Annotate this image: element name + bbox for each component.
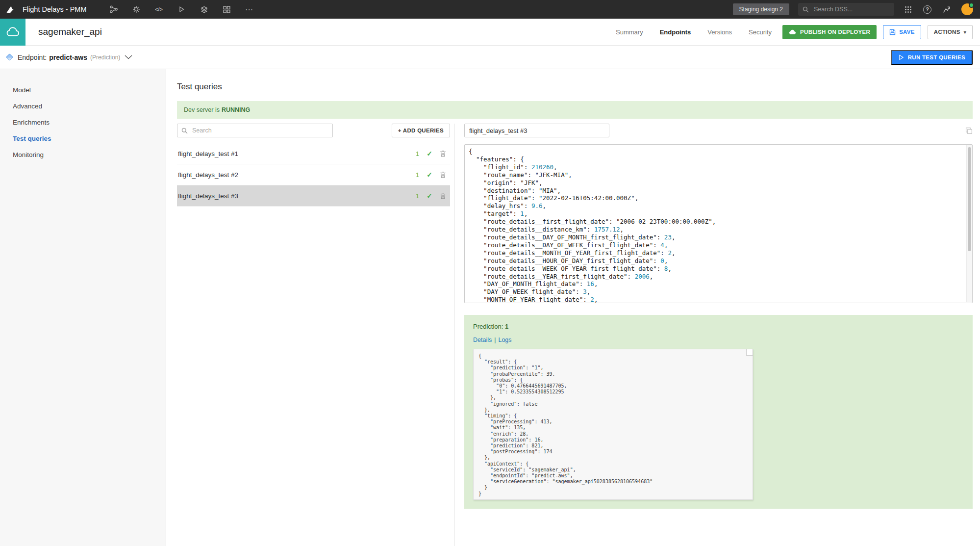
page-title: Test queries xyxy=(177,82,973,92)
run-icon[interactable] xyxy=(177,5,186,14)
dss-app-window: Flight Delays - PMM </> ⋯ Staging design… xyxy=(0,0,980,546)
query-search-input[interactable] xyxy=(191,127,328,134)
query-list-item[interactable]: flight_delays_test #1 1 ✓ xyxy=(177,143,450,164)
copy-icon[interactable] xyxy=(965,127,973,134)
query-success-check-icon: ✓ xyxy=(427,192,432,200)
dataiku-logo[interactable] xyxy=(0,0,21,19)
editor-scrollbar[interactable] xyxy=(966,145,972,302)
run-test-queries-button[interactable]: RUN TEST QUERIES xyxy=(891,50,973,65)
global-search-input[interactable] xyxy=(813,5,890,13)
editor-scrollbar-thumb[interactable] xyxy=(968,147,971,251)
test-queries-page: Test queries Dev server is RUNNING xyxy=(166,69,980,546)
run-test-queries-label: RUN TEST QUERIES xyxy=(908,54,965,60)
instance-badge[interactable]: Staging design 2 xyxy=(733,3,789,15)
query-name: flight_delays_test #2 xyxy=(178,171,238,179)
content-area: Model Advanced Enrichments Test queries … xyxy=(0,69,980,546)
delete-query-icon[interactable] xyxy=(440,192,446,199)
tab-versions[interactable]: Versions xyxy=(707,28,732,36)
api-service-icon[interactable] xyxy=(0,19,25,46)
add-queries-button[interactable]: + ADD QUERIES xyxy=(392,124,450,137)
query-name-input[interactable] xyxy=(464,124,609,137)
save-button[interactable]: SAVE xyxy=(883,25,921,39)
top-navigation-bar: Flight Delays - PMM </> ⋯ Staging design… xyxy=(0,0,980,19)
tab-details[interactable]: Details xyxy=(473,337,492,343)
prediction-result-panel: Prediction: 1 Details|Logs { "result": {… xyxy=(464,315,973,509)
service-header-actions: PUBLISH ON DEPLOYER SAVE ACTIONS ▾ xyxy=(782,25,973,39)
bird-logo-icon xyxy=(5,4,15,14)
lab-icon[interactable] xyxy=(132,5,141,14)
sidebar-item-model[interactable]: Model xyxy=(0,82,166,98)
query-list-item-selected[interactable]: flight_delays_test #3 1 ✓ xyxy=(177,185,450,207)
endpoint-name: predict-aws xyxy=(49,53,87,61)
endpoint-bar: Endpoint: predict-aws (Prediction) RUN T… xyxy=(0,46,980,69)
help-icon[interactable]: ? xyxy=(923,5,931,14)
query-record-count: 1 xyxy=(416,150,419,157)
endpoint-diamond-icon xyxy=(6,53,13,61)
banner-status: RUNNING xyxy=(222,106,250,113)
endpoint-selector[interactable]: Endpoint: predict-aws (Prediction) xyxy=(6,53,132,61)
resize-handle[interactable] xyxy=(746,349,753,356)
request-json-editor[interactable]: { "features": { "flight_id": 210260, "ro… xyxy=(464,144,973,303)
tab-logs[interactable]: Logs xyxy=(498,337,511,343)
jobs-icon[interactable] xyxy=(200,5,209,14)
query-name: flight_delays_test #3 xyxy=(178,192,238,200)
more-icon[interactable]: ⋯ xyxy=(245,5,254,14)
request-json-code[interactable]: { "features": { "flight_id": 210260, "ro… xyxy=(465,145,972,303)
query-record-count: 1 xyxy=(416,171,419,179)
prediction-details-box: { "result": { "prediction": "1", "probaP… xyxy=(473,349,753,500)
publish-on-deployer-button[interactable]: PUBLISH ON DEPLOYER xyxy=(782,25,877,39)
query-record-count: 1 xyxy=(416,192,419,200)
project-title[interactable]: Flight Delays - PMM xyxy=(23,5,87,13)
delete-query-icon[interactable] xyxy=(440,171,446,178)
query-list-toolbar: + ADD QUERIES xyxy=(177,124,450,137)
project-toolbar: </> ⋯ xyxy=(109,5,254,14)
sidebar-item-advanced[interactable]: Advanced xyxy=(0,98,166,114)
chevron-down-icon xyxy=(125,55,132,59)
apps-waffle-icon[interactable] xyxy=(904,5,913,14)
chevron-down-icon: ▾ xyxy=(964,29,966,35)
tab-summary[interactable]: Summary xyxy=(616,28,643,36)
dev-server-status-banner: Dev server is RUNNING xyxy=(177,101,973,119)
query-name: flight_delays_test #1 xyxy=(178,150,238,157)
save-label: SAVE xyxy=(899,29,915,35)
prediction-label-text: Prediction: xyxy=(473,323,503,330)
tab-security[interactable]: Security xyxy=(749,28,772,36)
service-tabs: Summary Endpoints Versions Security xyxy=(616,28,772,36)
code-icon[interactable]: </> xyxy=(154,5,164,14)
sidebar-item-enrichments[interactable]: Enrichments xyxy=(0,114,166,130)
user-avatar[interactable] xyxy=(961,3,973,15)
endpoint-type: (Prediction) xyxy=(90,54,120,61)
api-service-header: sagemaker_api Summary Endpoints Versions… xyxy=(0,19,980,46)
sidebar-item-test-queries[interactable]: Test queries xyxy=(0,130,166,147)
service-title: sagemaker_api xyxy=(38,26,102,37)
play-icon xyxy=(898,54,904,60)
actions-label: ACTIONS xyxy=(934,29,960,35)
query-list-panel: + ADD QUERIES flight_delays_test #1 1 ✓ xyxy=(177,124,454,546)
prediction-result-json: { "result": { "prediction": "1", "probaP… xyxy=(474,349,753,499)
banner-text: Dev server is xyxy=(184,106,220,113)
query-success-check-icon: ✓ xyxy=(427,171,432,179)
query-list-item[interactable]: flight_delays_test #2 1 ✓ xyxy=(177,164,450,185)
prediction-value: 1 xyxy=(505,323,508,330)
cloud-upload-icon xyxy=(789,29,797,35)
query-editor-panel: { "features": { "flight_id": 210260, "ro… xyxy=(454,124,973,546)
search-icon xyxy=(181,128,188,134)
publish-label: PUBLISH ON DEPLOYER xyxy=(800,29,870,35)
query-search-box[interactable] xyxy=(177,124,333,137)
search-icon xyxy=(803,6,809,13)
topbar-right-icons: ? xyxy=(904,3,973,15)
prediction-label: Prediction: 1 xyxy=(473,323,964,330)
actions-menu-button[interactable]: ACTIONS ▾ xyxy=(928,25,973,39)
floppy-icon xyxy=(889,29,896,35)
test-queries-columns: + ADD QUERIES flight_delays_test #1 1 ✓ xyxy=(177,124,973,546)
cloud-icon xyxy=(6,26,20,38)
global-search[interactable] xyxy=(798,3,894,16)
tab-endpoints[interactable]: Endpoints xyxy=(660,28,691,36)
tab-separator: | xyxy=(494,337,496,343)
sidebar-item-monitoring[interactable]: Monitoring xyxy=(0,147,166,163)
share-icon[interactable] xyxy=(942,5,951,14)
delete-query-icon[interactable] xyxy=(440,150,446,157)
query-editor-toolbar xyxy=(464,124,973,137)
dashboards-icon[interactable] xyxy=(222,5,231,14)
flow-icon[interactable] xyxy=(109,5,119,14)
